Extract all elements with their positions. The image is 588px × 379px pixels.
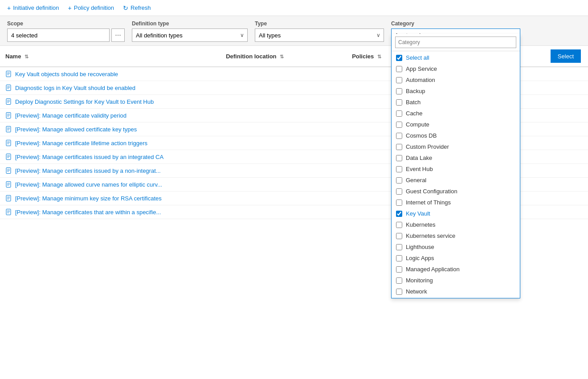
category-item-label: Cache xyxy=(406,110,423,117)
category-item-label: Automation xyxy=(406,77,435,83)
category-checkbox[interactable] xyxy=(396,255,402,261)
policy-name-link[interactable]: [Preview]: Manage certificate lifetime a… xyxy=(15,140,147,147)
select-button[interactable]: Select xyxy=(551,49,581,63)
category-item[interactable]: Cache xyxy=(392,108,520,119)
scope-dots-button[interactable]: ··· xyxy=(111,29,125,42)
category-item[interactable]: Compute xyxy=(392,119,520,130)
category-checkbox[interactable] xyxy=(396,77,402,83)
initiative-definition-button[interactable]: + Initiative definition xyxy=(7,4,59,12)
category-item[interactable]: Kubernetes xyxy=(392,219,520,230)
category-item[interactable]: Event Hub xyxy=(392,163,520,175)
table-cell-name: [Preview]: Manage certificates issued by… xyxy=(0,150,220,164)
category-item-label: Key Vault xyxy=(406,210,430,217)
table-cell-action xyxy=(527,205,588,219)
col-name[interactable]: Name ⇅ xyxy=(0,46,220,67)
category-item[interactable]: Cosmos DB xyxy=(392,130,520,141)
category-checkbox[interactable] xyxy=(396,88,402,94)
table-cell-name: [Preview]: Manage certificates that are … xyxy=(0,205,220,219)
table-cell-definition-location xyxy=(220,178,347,192)
svg-rect-28 xyxy=(6,168,11,174)
refresh-label: Refresh xyxy=(131,4,151,11)
scope-filter-group: Scope ··· xyxy=(7,20,125,42)
category-checkbox[interactable] xyxy=(396,266,402,273)
policy-name-link[interactable]: [Preview]: Manage certificate validity p… xyxy=(15,112,127,119)
policy-doc-icon xyxy=(5,70,12,77)
category-item[interactable]: Select all xyxy=(392,52,520,63)
category-item[interactable]: Managed Application xyxy=(392,264,520,275)
category-item[interactable]: Monitoring xyxy=(392,275,520,286)
col-def-loc-sort-icon: ⇅ xyxy=(280,54,284,60)
col-policies-sort-icon: ⇅ xyxy=(377,54,381,60)
category-checkbox[interactable] xyxy=(396,244,402,250)
category-item-label: Monitoring xyxy=(406,277,433,284)
definition-type-label: Definition type xyxy=(132,20,248,27)
category-item[interactable]: Key Vault xyxy=(392,208,520,219)
definition-type-select[interactable]: All definition types xyxy=(132,29,248,42)
category-item[interactable]: Logic Apps xyxy=(392,253,520,264)
category-checkbox[interactable] xyxy=(396,177,402,183)
category-item-label: App Service xyxy=(406,65,437,72)
category-checkbox[interactable] xyxy=(396,233,402,239)
policy-name-link[interactable]: Diagnostic logs in Key Vault should be e… xyxy=(15,85,135,91)
dots-icon: ··· xyxy=(115,31,121,39)
policy-name-link[interactable]: [Preview]: Manage certificates that are … xyxy=(15,209,161,216)
category-item-label: General xyxy=(406,177,426,183)
policy-name-link[interactable]: [Preview]: Manage certificates issued by… xyxy=(15,167,161,174)
category-item[interactable]: Backup xyxy=(392,86,520,97)
category-item[interactable]: App Service xyxy=(392,63,520,74)
category-item[interactable]: Internet of Things xyxy=(392,197,520,208)
category-item-label: Compute xyxy=(406,121,429,128)
definition-type-filter-group: Definition type All definition types ∨ xyxy=(132,20,248,42)
category-checkbox[interactable] xyxy=(396,277,402,284)
type-label: Type xyxy=(255,20,384,27)
category-checkbox[interactable] xyxy=(396,155,402,161)
table-cell-action xyxy=(527,81,588,95)
category-item[interactable]: Batch xyxy=(392,97,520,108)
table-cell-action xyxy=(527,95,588,109)
policy-name-link[interactable]: [Preview]: Manage certificates issued by… xyxy=(15,154,163,160)
category-item[interactable]: Lighthouse xyxy=(392,241,520,253)
category-checkbox[interactable] xyxy=(396,222,402,228)
category-item[interactable]: Data Lake xyxy=(392,152,520,163)
table-cell-name: [Preview]: Manage certificate lifetime a… xyxy=(0,136,220,150)
table-cell-definition-location xyxy=(220,136,347,150)
category-item[interactable]: Kubernetes service xyxy=(392,230,520,241)
policy-name-link[interactable]: [Preview]: Manage allowed curve names fo… xyxy=(15,181,162,188)
category-item[interactable]: General xyxy=(392,175,520,186)
category-item-label: Guest Configuration xyxy=(406,188,457,195)
category-checkbox[interactable] xyxy=(396,122,402,128)
category-checkbox[interactable] xyxy=(396,144,402,150)
policy-definition-button[interactable]: + Policy definition xyxy=(68,4,114,12)
table-cell-action xyxy=(527,122,588,136)
category-checkbox[interactable] xyxy=(396,133,402,139)
category-item[interactable]: Guest Configuration xyxy=(392,186,520,197)
category-item[interactable]: Network xyxy=(392,286,520,297)
category-checkbox[interactable] xyxy=(396,188,402,195)
category-checkbox[interactable] xyxy=(396,55,402,61)
category-checkbox[interactable] xyxy=(396,66,402,72)
policy-name-link[interactable]: Key Vault objects should be recoverable xyxy=(15,71,118,77)
category-checkbox[interactable] xyxy=(396,99,402,106)
category-checkbox[interactable] xyxy=(396,200,402,206)
category-checkbox[interactable] xyxy=(396,110,402,117)
category-checkbox[interactable] xyxy=(396,211,402,217)
type-select[interactable]: All types xyxy=(255,29,384,42)
scope-input[interactable] xyxy=(7,29,110,42)
policy-name-link[interactable]: Deploy Diagnostic Settings for Key Vault… xyxy=(15,98,154,105)
policy-name-link[interactable]: [Preview]: Manage allowed certificate ke… xyxy=(15,126,137,133)
category-search-input[interactable] xyxy=(395,37,516,48)
col-definition-location[interactable]: Definition location ⇅ xyxy=(220,46,347,67)
policy-name-link[interactable]: [Preview]: Manage minimum key size for R… xyxy=(15,195,162,202)
category-item[interactable]: Custom Provider xyxy=(392,141,520,152)
policy-doc-icon xyxy=(5,208,12,216)
category-label: Category xyxy=(391,20,520,27)
policy-doc-icon xyxy=(5,153,12,160)
category-filter-group: Category 1 categories ∧ Select allApp Se… xyxy=(391,20,520,42)
category-checkbox[interactable] xyxy=(396,166,402,172)
category-item[interactable]: Automation xyxy=(392,74,520,86)
policy-doc-icon xyxy=(5,195,12,202)
table-cell-action xyxy=(527,136,588,150)
category-checkbox[interactable] xyxy=(396,289,402,295)
refresh-button[interactable]: ↻ Refresh xyxy=(123,4,151,12)
table-cell-name: [Preview]: Manage minimum key size for R… xyxy=(0,192,220,205)
